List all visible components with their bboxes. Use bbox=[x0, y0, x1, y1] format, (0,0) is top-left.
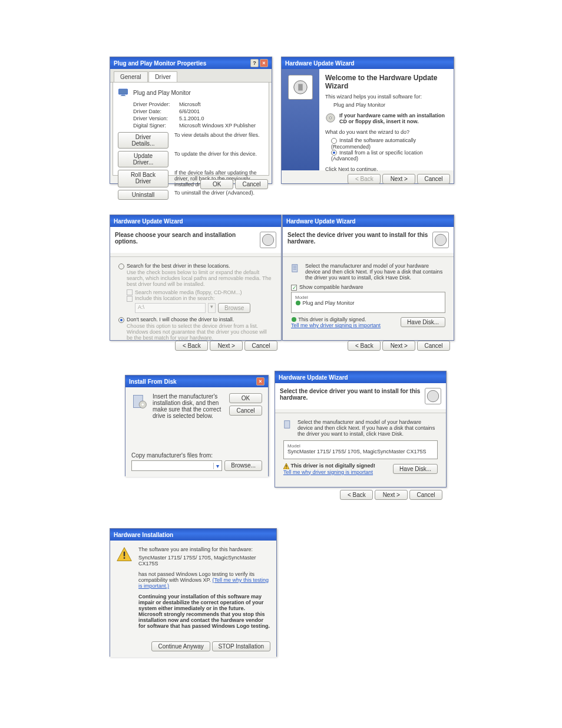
signer-value: Microsoft Windows XP Publisher bbox=[179, 123, 256, 129]
svg-rect-18 bbox=[286, 465, 286, 467]
svg-rect-19 bbox=[286, 467, 286, 468]
tab-driver[interactable]: Driver bbox=[148, 71, 177, 82]
model-column-header: Model bbox=[295, 295, 441, 300]
radio-auto[interactable]: Install the software automatically (Reco… bbox=[331, 137, 448, 150]
date-value: 6/6/2001 bbox=[179, 108, 200, 114]
window-title: Hardware Update Wizard bbox=[114, 218, 183, 225]
have-disk-button[interactable]: Have Disk... bbox=[401, 317, 445, 327]
cancel-button[interactable]: Cancel bbox=[417, 174, 450, 184]
back-button[interactable]: < Back bbox=[348, 341, 381, 351]
radio-advanced[interactable]: Install from a list or specific location… bbox=[331, 150, 448, 162]
stop-installation-button[interactable]: STOP Installation bbox=[212, 641, 270, 651]
svg-rect-4 bbox=[298, 84, 303, 90]
signing-important-link[interactable]: Tell me why driver signing is important bbox=[291, 322, 381, 328]
cancel-button[interactable]: Cancel bbox=[244, 341, 277, 351]
back-button[interactable]: < Back bbox=[348, 174, 381, 184]
hardware-installation-dialog: Hardware Installation The software you a… bbox=[110, 528, 277, 657]
svg-point-14 bbox=[142, 404, 144, 406]
svg-point-6 bbox=[329, 117, 332, 119]
install-icon bbox=[291, 263, 302, 274]
unsigned-text: This driver is not digitally signed! bbox=[283, 463, 375, 469]
next-button[interactable]: Next > bbox=[210, 341, 243, 351]
tab-strip: General Driver bbox=[110, 69, 272, 83]
version-label: Driver Version: bbox=[133, 116, 179, 121]
check-show-compatible[interactable]: ✓Show compatible hardware bbox=[291, 284, 445, 291]
version-value: 5.1.2001.0 bbox=[179, 116, 204, 121]
back-button[interactable]: < Back bbox=[175, 341, 208, 351]
wizard-question: What do you want the wizard to do? bbox=[325, 129, 448, 135]
check-include-location: Include this location in the search: bbox=[127, 295, 273, 302]
rollback-driver-button[interactable]: Roll Back Driver bbox=[118, 170, 168, 187]
opt1-description: Use the check boxes below to limit or ex… bbox=[127, 269, 273, 287]
back-button[interactable]: < Back bbox=[340, 490, 373, 500]
help-icon[interactable]: ? bbox=[250, 59, 259, 67]
wizard-icon bbox=[425, 388, 441, 404]
chevron-down-icon[interactable]: ▾ bbox=[213, 463, 222, 469]
welcome-intro: This wizard helps you install software f… bbox=[325, 94, 448, 100]
continue-text: Click Next to continue. bbox=[325, 166, 448, 172]
title-bar: Install From Disk × bbox=[125, 375, 268, 387]
wizard-icon bbox=[288, 75, 313, 100]
device-name: SyncMaster 171S/ 175S/ 170S, MagicSyncMa… bbox=[138, 555, 270, 566]
path-combo[interactable]: ▾ bbox=[131, 460, 222, 471]
window-title: Hardware Update Wizard bbox=[286, 218, 356, 225]
instruction-text: Select the manufacturer and model of you… bbox=[305, 263, 445, 281]
list-item[interactable]: Plug and Play Monitor bbox=[295, 300, 441, 307]
warning-icon bbox=[116, 546, 133, 563]
tab-general[interactable]: General bbox=[114, 71, 148, 82]
hardware-wizard-select-driver-2: Hardware Update Wizard Select the device… bbox=[275, 371, 447, 487]
next-button[interactable]: Next > bbox=[382, 174, 415, 184]
provider-value: Microsoft bbox=[179, 101, 201, 107]
device-heading: Plug and Play Monitor bbox=[133, 90, 191, 96]
svg-rect-1 bbox=[121, 95, 125, 96]
browse-button[interactable]: Browse... bbox=[224, 460, 262, 471]
browse-button: Browse bbox=[218, 303, 250, 313]
install-disk-icon bbox=[131, 393, 148, 410]
check-removable: Search removable media (floppy, CD-ROM..… bbox=[127, 289, 273, 296]
svg-rect-0 bbox=[119, 89, 128, 94]
continue-anyway-button[interactable]: Continue Anyway bbox=[151, 641, 210, 651]
cancel-button[interactable]: Cancel bbox=[229, 406, 262, 416]
svg-point-11 bbox=[292, 317, 296, 322]
next-button[interactable]: Next > bbox=[382, 341, 415, 351]
update-driver-button[interactable]: Update Driver... bbox=[118, 151, 168, 167]
window-title: Hardware Update Wizard bbox=[285, 60, 355, 67]
close-icon[interactable]: × bbox=[260, 59, 268, 67]
svg-rect-9 bbox=[292, 265, 297, 272]
cancel-button[interactable]: Cancel bbox=[417, 341, 450, 351]
title-bar: Plug and Play Monitor Properties ? × bbox=[110, 57, 272, 69]
radio-search-locations[interactable]: Search for the best driver in these loca… bbox=[118, 263, 273, 269]
hardware-wizard-select-driver: Hardware Update Wizard Select the device… bbox=[282, 215, 454, 341]
hardware-wizard-search: Hardware Update Wizard Please choose you… bbox=[110, 215, 282, 341]
monitor-icon bbox=[118, 87, 128, 98]
model-column-header: Model bbox=[287, 443, 434, 449]
copy-from-label: Copy manufacturer's files from: bbox=[131, 452, 262, 459]
svg-rect-16 bbox=[285, 421, 290, 429]
install-icon bbox=[283, 419, 294, 430]
cd-note: If your hardware came with an installati… bbox=[339, 113, 448, 124]
next-button[interactable]: Next > bbox=[375, 490, 408, 500]
device-name: Plug and Play Monitor bbox=[333, 102, 448, 108]
radio-dont-search[interactable]: Don't search. I will choose the driver t… bbox=[118, 317, 273, 323]
ok-button[interactable]: OK bbox=[200, 179, 233, 189]
close-icon[interactable]: × bbox=[256, 377, 265, 386]
svg-rect-22 bbox=[124, 557, 125, 558]
warning-icon bbox=[283, 463, 289, 469]
cancel-button[interactable]: Cancel bbox=[235, 179, 268, 189]
svg-point-7 bbox=[262, 234, 274, 246]
date-label: Driver Date: bbox=[133, 108, 179, 114]
ok-button[interactable]: OK bbox=[229, 393, 262, 403]
driver-properties-dialog: Plug and Play Monitor Properties ? × Gen… bbox=[110, 57, 272, 184]
uninstall-button[interactable]: Uninstall bbox=[118, 190, 168, 200]
list-item[interactable]: SyncMaster 171S/ 175S/ 170S, MagicSyncMa… bbox=[287, 449, 434, 454]
chevron-down-icon: ▾ bbox=[208, 303, 216, 313]
title-bar: Hardware Update Wizard bbox=[275, 371, 446, 383]
welcome-heading: Welcome to the Hardware Update Wizard bbox=[325, 74, 448, 90]
cancel-button[interactable]: Cancel bbox=[409, 490, 442, 500]
signed-icon bbox=[295, 300, 301, 306]
have-disk-button[interactable]: Have Disk... bbox=[393, 464, 438, 474]
driver-details-button[interactable]: Driver Details... bbox=[118, 132, 168, 149]
svg-point-15 bbox=[427, 390, 439, 402]
window-title: Install From Disk bbox=[129, 378, 177, 385]
signing-important-link[interactable]: Tell me why driver signing is important bbox=[283, 469, 375, 475]
